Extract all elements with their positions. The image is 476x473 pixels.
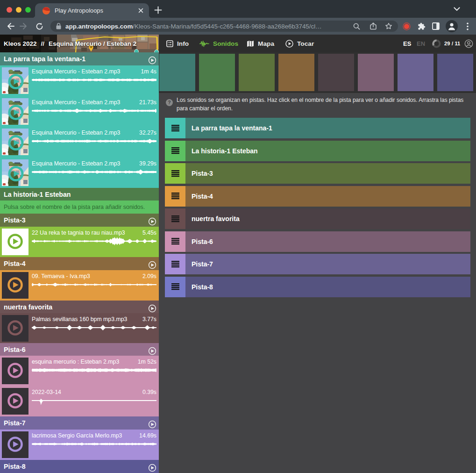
sound-clip[interactable]: 22 Ua reka te tagnia to rau niau.mp35.45… <box>0 227 159 257</box>
track-row[interactable]: Pista-3 <box>165 163 470 184</box>
drag-handle[interactable] <box>165 208 185 229</box>
clip-thumbnail[interactable] <box>2 229 28 255</box>
drag-handle-icon <box>171 193 179 200</box>
nav-tab-tocar[interactable]: Tocar <box>285 35 314 52</box>
profile-avatar[interactable] <box>445 18 458 35</box>
url-text[interactable]: app.antropoloops.com/Kleos-Santa-Marina/… <box>65 23 322 30</box>
track-swatch[interactable] <box>318 54 354 91</box>
drag-handle[interactable] <box>165 141 185 161</box>
track-row[interactable]: Pista-7 <box>165 254 470 274</box>
drag-handle-icon <box>171 147 179 154</box>
drag-handle[interactable] <box>165 186 185 207</box>
padlock-icon[interactable] <box>56 23 61 29</box>
clip-photo-thumbnail[interactable] <box>2 67 28 94</box>
language-toggle-es[interactable]: ES <box>403 35 411 52</box>
app-content: La parra tapa la ventana-1Esquina Mercur… <box>0 52 476 473</box>
track-header[interactable]: Pista-8 <box>0 460 159 473</box>
sound-clip[interactable]: 2022-03-140.39s <box>0 386 159 416</box>
clip-thumbnail[interactable] <box>2 388 28 415</box>
track-header[interactable]: Pista-7 <box>0 416 159 430</box>
main-panel: ? Los sonidos se organizan en pistas. Ha… <box>159 52 476 473</box>
track-row[interactable]: La parra tapa la ventana-1 <box>165 118 470 138</box>
nav-tab-sonidos[interactable]: Sonidos <box>199 35 238 52</box>
share-icon[interactable] <box>370 22 377 30</box>
track-row[interactable]: Pista-4 <box>165 186 470 207</box>
clip-thumbnail[interactable] <box>2 315 28 342</box>
address-bar[interactable]: app.antropoloops.com/Kleos-Santa-Marina/… <box>50 21 398 32</box>
drag-handle[interactable] <box>165 231 185 252</box>
track-play-icon[interactable] <box>148 304 156 313</box>
track-swatch[interactable] <box>278 54 314 91</box>
clip-waveform <box>32 322 156 334</box>
clip-thumbnail[interactable] <box>2 358 28 384</box>
track-header[interactable]: La parra tapa la ventana-1 <box>0 52 159 65</box>
track-swatch[interactable] <box>239 54 275 91</box>
loading-spinner <box>432 35 441 52</box>
track-header[interactable]: Pista-6 <box>0 343 159 356</box>
macos-minimize-button[interactable] <box>16 7 21 13</box>
new-tab-button[interactable] <box>154 6 162 14</box>
clip-photo-thumbnail[interactable] <box>2 129 28 155</box>
track-header[interactable]: Pista-4 <box>0 257 159 270</box>
track-header[interactable]: Pista-3 <box>0 214 159 227</box>
breadcrumb-separator: // <box>41 40 45 47</box>
reload-button[interactable] <box>33 18 46 35</box>
sound-clip[interactable]: Esquina Mercurio - Esteban 2.mp321.73s <box>0 96 159 127</box>
track-swatch[interactable] <box>437 54 473 91</box>
track-play-icon[interactable] <box>148 347 156 355</box>
macos-zoom-button[interactable] <box>25 7 31 13</box>
sound-clip[interactable]: 09. Temaeva - Iva.mp32.09s <box>0 270 159 301</box>
track-row[interactable]: La historia-1 Esteban <box>165 141 470 161</box>
track-swatch[interactable] <box>159 54 195 91</box>
track-name: Pista-4 <box>4 260 26 267</box>
track-play-icon[interactable] <box>148 464 156 472</box>
clip-thumbnail[interactable] <box>2 431 28 458</box>
breadcrumb-project[interactable]: Kleos 2022 <box>4 40 37 47</box>
clip-photo-thumbnail[interactable] <box>2 98 28 125</box>
track-row[interactable]: Pista-8 <box>165 277 470 297</box>
bookmark-star-icon[interactable] <box>385 22 392 30</box>
track-swatch[interactable] <box>358 54 394 91</box>
drag-handle[interactable] <box>165 254 185 274</box>
track-row[interactable]: nuertra favorita <box>165 208 470 229</box>
nav-tab-mapa[interactable]: Mapa <box>247 35 274 52</box>
clip-waveform <box>32 438 156 450</box>
back-button[interactable] <box>4 18 17 35</box>
account-icon[interactable] <box>464 35 473 52</box>
url-host: app.antropoloops.com <box>65 23 133 30</box>
sound-clip[interactable]: Esquina Mercurio - Esteban 2.mp332.27s <box>0 127 159 158</box>
recording-extension-icon[interactable] <box>401 18 412 35</box>
track-header[interactable]: La historia-1 Esteban <box>0 188 159 201</box>
browser-tab[interactable]: Play Antropoloops <box>35 3 149 18</box>
tab-close-icon[interactable] <box>137 7 144 14</box>
forward-button[interactable] <box>17 18 30 35</box>
side-panel-icon[interactable] <box>430 18 441 35</box>
sound-clip[interactable]: Palmas sevillanas 160 bpm mp3.mp33.77s <box>0 313 159 343</box>
question-mark-icon: ? <box>166 99 173 106</box>
extensions-puzzle-icon[interactable] <box>416 18 427 35</box>
language-toggle-en[interactable]: EN <box>417 35 425 52</box>
track-play-icon[interactable] <box>148 420 156 429</box>
sound-clip[interactable]: lacrimosa Sergio García Merlo.mp314.69s <box>0 430 159 460</box>
macos-close-button[interactable] <box>7 7 12 13</box>
sound-clip[interactable]: Esquina Mercurio - Esteban 2.mp339.29s <box>0 158 159 188</box>
zoom-icon[interactable] <box>353 23 360 30</box>
track-play-icon[interactable] <box>148 56 156 64</box>
track-header[interactable]: nuertra favorita <box>0 301 159 313</box>
track-play-icon[interactable] <box>148 217 156 226</box>
drag-handle[interactable] <box>165 118 185 138</box>
track-swatch[interactable] <box>199 54 235 91</box>
sound-clip[interactable]: esquina mercurio : Esteban 2.mp31m 52s <box>0 356 159 386</box>
track-play-icon[interactable] <box>148 261 156 269</box>
browser-menu-icon[interactable] <box>462 18 473 35</box>
drag-handle[interactable] <box>165 163 185 184</box>
sound-clip[interactable]: Esquina Mercurio - Esteban 2.mp31m 4s <box>0 65 159 96</box>
nav-tab-info[interactable]: Info <box>166 35 189 52</box>
track-row[interactable]: Pista-6 <box>165 231 470 252</box>
clip-photo-thumbnail[interactable] <box>2 159 28 186</box>
clip-thumbnail[interactable] <box>2 272 28 299</box>
track-swatch[interactable] <box>398 54 433 91</box>
tab-search-chevron-icon[interactable] <box>454 7 460 11</box>
tab-title: Play Antropoloops <box>55 7 103 14</box>
drag-handle[interactable] <box>165 277 185 297</box>
